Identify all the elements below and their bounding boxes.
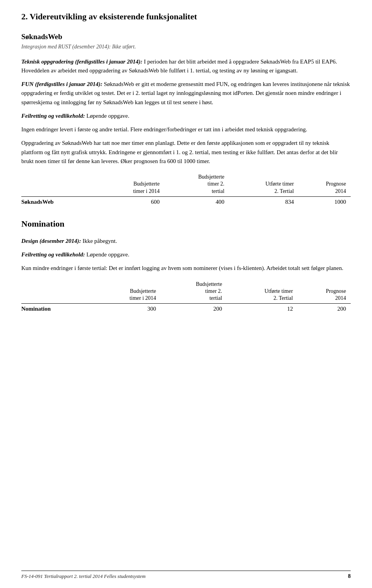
soknads-web-para4: Ingen endringer levert i første og andre… xyxy=(21,125,351,134)
soknads-web-heading: SøknadsWeb xyxy=(21,33,351,41)
soknads-web-table: Budsjettertetimer i 2014 Budsjettertetim… xyxy=(21,173,351,207)
nomination-th-col1: Budsjettertetimer i 2014 xyxy=(94,280,161,304)
nomination-heading: Nomination xyxy=(21,219,351,229)
soknads-web-para3-text: Løpende oppgave. xyxy=(85,113,129,119)
nomination-row-col1: 300 xyxy=(94,304,161,315)
footer-right: 8 xyxy=(348,573,351,579)
nomination-th-col3: Utførte timer2. Tertial xyxy=(227,280,298,304)
page-title: 2. Videreutvikling av eksisterende funks… xyxy=(21,12,351,22)
nomination-para3: Kun mindre endringer i første tertial: D… xyxy=(21,264,351,273)
soknads-web-row-col4: 1000 xyxy=(298,196,351,207)
nomination-row-col2: 200 xyxy=(161,304,227,315)
soknads-web-para3: Feilretting og vedlikehold: Løpende oppg… xyxy=(21,112,351,120)
footer-left: FS-14-091 Tertialrapport 2. tertial 2014… xyxy=(21,573,146,579)
nomination-para2-text: Løpende oppgave. xyxy=(85,251,129,258)
nomination-para1-text: Ikke påbegynt. xyxy=(81,238,117,244)
nomination-para1-bold: Design (desember 2014): xyxy=(21,238,81,244)
nomination-table: Budsjettertetimer i 2014 Budsjettertetim… xyxy=(21,280,351,315)
soknads-web-th-empty xyxy=(21,173,99,196)
soknads-web-row-col1: 600 xyxy=(99,196,164,207)
nomination-th-col2: Budsjettertetimer 2.tertial xyxy=(161,280,227,304)
nomination-para2: Feilretting og vedlikehold: Løpende oppg… xyxy=(21,250,351,259)
soknads-web-th-col1: Budsjettertetimer i 2014 xyxy=(99,173,164,196)
soknads-web-para2: FUN (ferdigstilles i januar 2014): Søkna… xyxy=(21,80,351,107)
footer: FS-14-091 Tertialrapport 2. tertial 2014… xyxy=(21,571,351,579)
soknads-web-row-col2: 400 xyxy=(164,196,229,207)
soknads-web-table-wrap: Budsjettertetimer i 2014 Budsjettertetim… xyxy=(21,173,351,207)
nomination-row-label: Nomination xyxy=(21,304,94,315)
soknads-web-row-label: SøknadsWeb xyxy=(21,196,99,207)
nomination-th-empty xyxy=(21,280,94,304)
soknads-web-para1: Teknisk oppgradering (ferdigstilles i ja… xyxy=(21,57,351,76)
soknads-web-subtitle: Integrasjon med RUST (desember 2014): Ik… xyxy=(21,43,351,51)
soknads-web-th-col2: Budsjettertetimer 2.tertial xyxy=(164,173,229,196)
soknads-web-para1-bold: Teknisk oppgradering (ferdigstilles i ja… xyxy=(21,58,142,65)
nomination-table-wrap: Budsjettertetimer i 2014 Budsjettertetim… xyxy=(21,280,351,315)
nomination-section: Nomination Design (desember 2014): Ikke … xyxy=(21,219,351,314)
soknads-web-para2-bold: FUN (ferdigstilles i januar 2014): xyxy=(21,81,102,87)
nomination-para1: Design (desember 2014): Ikke påbegynt. xyxy=(21,237,351,246)
soknads-web-para3-bold: Feilretting og vedlikehold: xyxy=(21,113,85,119)
soknads-web-th-col4: Prognose2014 xyxy=(298,173,351,196)
soknads-web-table-header-row: Budsjettertetimer i 2014 Budsjettertetim… xyxy=(21,173,351,196)
nomination-para2-bold: Feilretting og vedlikehold: xyxy=(21,251,85,258)
soknads-web-section: SøknadsWeb Integrasjon med RUST (desembe… xyxy=(21,33,351,207)
soknads-web-th-col3: Utførte timer2. Tertial xyxy=(229,173,298,196)
soknads-web-para5: Oppgradering av SøknadsWeb har tatt noe … xyxy=(21,139,351,166)
nomination-table-header-row: Budsjettertetimer i 2014 Budsjettertetim… xyxy=(21,280,351,304)
nomination-row-col3: 12 xyxy=(227,304,298,315)
nomination-row-col4: 200 xyxy=(298,304,351,315)
nomination-table-row: Nomination 300 200 12 200 xyxy=(21,304,351,315)
soknads-web-table-row: SøknadsWeb 600 400 834 1000 xyxy=(21,196,351,207)
nomination-th-col4: Prognose2014 xyxy=(298,280,351,304)
soknads-web-row-col3: 834 xyxy=(229,196,298,207)
